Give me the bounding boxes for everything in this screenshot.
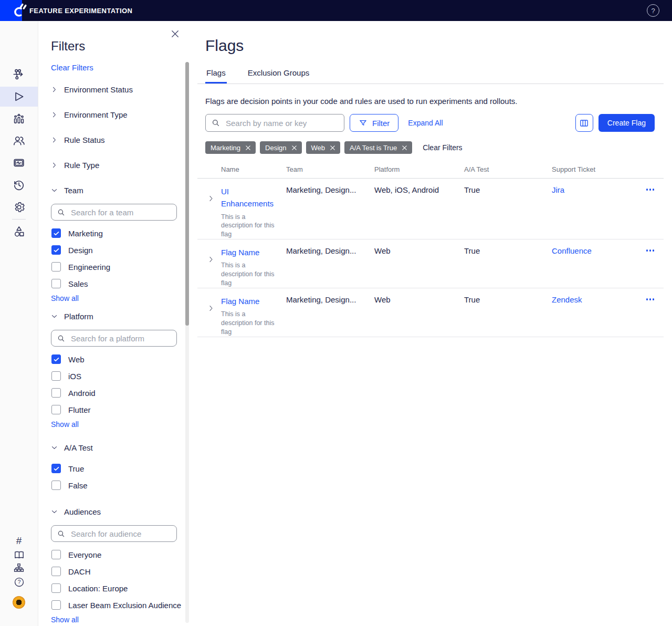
columns-button[interactable] [575, 114, 593, 132]
checkbox-dach[interactable]: DACH [51, 563, 190, 580]
cell-aa-test: True [464, 246, 552, 288]
checkbox-aa-false[interactable]: False [51, 477, 190, 494]
platform-show-all-link[interactable]: Show all [51, 420, 79, 429]
checkbox-ios[interactable]: iOS [51, 368, 190, 384]
section-label: Rule Status [64, 135, 105, 144]
clear-filters-link[interactable]: Clear Filters [51, 63, 93, 72]
expand-row-button[interactable] [197, 295, 221, 312]
filter-section-aa-test[interactable]: A/A Test [51, 435, 190, 460]
checkbox-everyone[interactable]: Everyone [51, 546, 190, 563]
help-icon[interactable]: ? [647, 4, 659, 17]
checkbox-icon [51, 371, 61, 381]
checkbox-flutter[interactable]: Flutter [51, 401, 190, 418]
audiences-show-all-link[interactable]: Show all [51, 615, 79, 624]
filter-section-environment-status[interactable]: Environment Status [51, 77, 190, 102]
audience-search-input[interactable] [70, 529, 171, 539]
rail-item-help[interactable]: ? [0, 575, 38, 589]
checkbox-marketing[interactable]: Marketing [51, 225, 190, 242]
logo[interactable] [0, 0, 22, 21]
checkbox-icon [51, 405, 61, 414]
remove-chip-button[interactable] [291, 145, 297, 151]
section-label: Platform [64, 312, 93, 321]
clear-filters-button[interactable]: Clear Filters [423, 143, 462, 152]
filter-chips-row: Marketing Design Web A/A Test is True Cl… [205, 141, 664, 154]
platform-search [51, 330, 177, 347]
rail-item-shortcuts[interactable]: # [0, 534, 38, 548]
tabs: Flags Exclusion Groups [197, 68, 664, 84]
filter-section-audiences[interactable]: Audiences [51, 499, 190, 524]
checkbox-sales[interactable]: Sales [51, 275, 190, 292]
flags-table: Name Team Platform A/A Test Support Tick… [197, 165, 664, 337]
support-ticket-link[interactable]: Zendesk [552, 295, 582, 304]
filter-button[interactable]: Filter [350, 114, 398, 132]
chevron-right-icon [207, 305, 215, 312]
tab-exclusion-groups[interactable]: Exclusion Groups [247, 68, 311, 84]
checkbox-engineering[interactable]: Engineering [51, 258, 190, 275]
flag-name-link[interactable]: UI Enhancements [221, 185, 280, 210]
topbar: FEATURE EXPERIMENTATION ? [0, 0, 672, 21]
rail-item-sitemap[interactable] [0, 561, 38, 575]
checkbox-location-europe[interactable]: Location: Europe [51, 580, 190, 597]
checkbox-laser-beam-exclusion[interactable]: Laser Beam Exclusion Audience [51, 597, 190, 613]
optimizely-logo-icon [12, 2, 27, 19]
filter-section-environment-type[interactable]: Environment Type [51, 102, 190, 127]
close-icon [245, 145, 251, 151]
row-menu-button[interactable] [646, 295, 655, 337]
expand-row-button[interactable] [197, 246, 221, 263]
chip-label: Design [265, 144, 286, 152]
filter-section-rule-type[interactable]: Rule Type [51, 152, 190, 178]
checkbox-icon [51, 388, 61, 398]
remove-chip-button[interactable] [330, 145, 335, 151]
flags-search-input[interactable] [225, 118, 339, 128]
option-label: Marketing [68, 229, 103, 238]
rail-item-reports[interactable] [0, 109, 38, 129]
support-ticket-link[interactable]: Confluence [552, 246, 592, 255]
monitor-pulse-icon [12, 156, 26, 170]
column-header-support-ticket: Support Ticket [552, 165, 644, 173]
create-flag-button[interactable]: Create Flag [598, 114, 655, 132]
support-ticket-link[interactable]: Jira [552, 185, 564, 194]
search-icon [211, 118, 220, 128]
rail-item-components[interactable] [0, 222, 38, 242]
checkbox-icon [51, 245, 61, 255]
rail-item-settings[interactable] [0, 197, 38, 217]
rail-item-history[interactable] [0, 175, 38, 195]
row-menu-button[interactable] [646, 185, 655, 239]
checkbox-icon [51, 481, 61, 490]
platform-search-input[interactable] [70, 333, 171, 343]
rail-item-events[interactable] [0, 153, 38, 173]
filter-section-rule-status[interactable]: Rule Status [51, 127, 190, 152]
rail-item-audiences[interactable] [0, 131, 38, 151]
row-menu-button[interactable] [646, 246, 655, 288]
filters-scrollbar-thumb[interactable] [185, 62, 189, 326]
chip-label: Marketing [211, 144, 240, 152]
flag-name-link[interactable]: Flag Name [221, 246, 259, 258]
cell-team: Marketing, Design... [286, 246, 374, 288]
section-label: Team [64, 186, 83, 195]
team-search-input[interactable] [70, 207, 171, 217]
rail-item-docs[interactable] [0, 548, 38, 561]
remove-chip-button[interactable] [245, 145, 251, 151]
expand-row-button[interactable] [197, 185, 221, 202]
checkbox-aa-true[interactable]: True [51, 460, 190, 477]
option-label: Flutter [68, 405, 91, 414]
team-show-all-link[interactable]: Show all [51, 294, 79, 302]
filter-section-team[interactable]: Team [51, 178, 190, 203]
table-row: Flag Name This is a description for this… [197, 288, 664, 337]
rail-item-flags[interactable] [0, 87, 38, 107]
checkbox-icon [51, 354, 61, 364]
close-filters-button[interactable] [170, 28, 181, 39]
filter-section-platform[interactable]: Platform [51, 304, 190, 329]
expand-all-link[interactable]: Expand All [408, 119, 443, 127]
checkbox-design[interactable]: Design [51, 242, 190, 258]
remove-chip-button[interactable] [402, 145, 407, 151]
history-icon [12, 178, 26, 192]
checkbox-web[interactable]: Web [51, 351, 190, 368]
checkbox-android[interactable]: Android [51, 384, 190, 401]
rail-item-flow[interactable] [0, 65, 38, 85]
tab-flags[interactable]: Flags [205, 68, 227, 84]
help-circle-icon: ? [13, 576, 25, 588]
team-search [51, 204, 177, 221]
flag-name-link[interactable]: Flag Name [221, 295, 259, 307]
avatar[interactable] [13, 596, 25, 609]
